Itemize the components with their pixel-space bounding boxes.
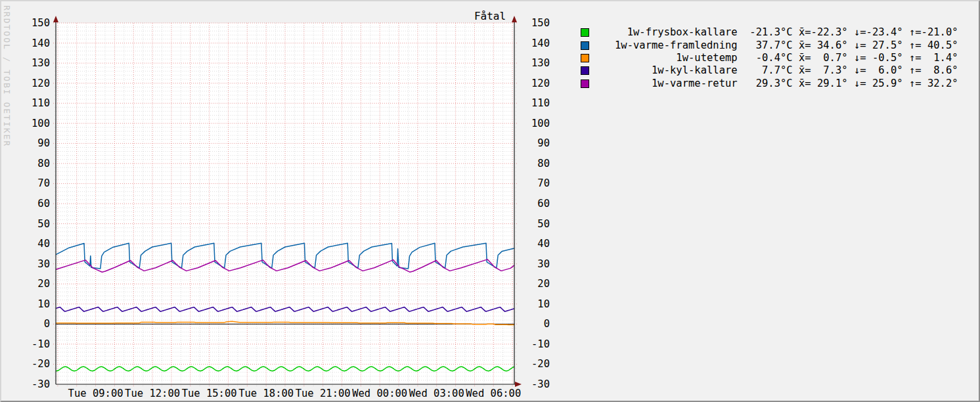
legend-entry-text: 1w-varme-framledning 37.7°C x̄= 34.6° ↓=…: [615, 39, 958, 52]
x-tick-label: Tue 09:00: [68, 388, 123, 399]
y-tick-label-left: 10: [37, 298, 50, 310]
y-tick-label-right: 100: [531, 118, 550, 129]
legend-entry-text: 1w-kyl-kallare 7.7°C x̄= 7.3° ↓= 6.0° ↑=…: [615, 64, 958, 77]
y-tick-label-left: 30: [37, 258, 50, 270]
y-tick-label-right: 40: [537, 238, 550, 250]
x-tick-label: Tue 21:00: [296, 388, 351, 399]
legend-entry-text: 1w-utetemp -0.4°C x̄= 0.7° ↓= -0.5° ↑= 1…: [615, 52, 958, 64]
x-tick-label: Tue 18:00: [238, 388, 294, 399]
y-tick-label-right: 110: [531, 97, 550, 109]
legend-entry-text: 1w-frysbox-kallare -21.3°C x̄=-22.3° ↓=-…: [615, 26, 958, 39]
y-tick-label-left: 60: [37, 198, 50, 210]
y-tick-label-right: -10: [531, 338, 550, 350]
y-tick-label-right: 80: [537, 158, 550, 169]
y-tick-label-right: -20: [531, 358, 550, 370]
x-tick-label: Tue 12:00: [125, 388, 180, 399]
x-tick-label: Wed 00:00: [352, 388, 407, 399]
y-tick-label-left: -10: [32, 338, 50, 350]
y-tick-label-right: 120: [531, 78, 550, 89]
legend-row: 1w-frysbox-kallare -21.3°C x̄=-22.3° ↓=-…: [581, 26, 958, 39]
y-tick-label-right: 70: [537, 177, 550, 189]
legend-row: 1w-kyl-kallare 7.7°C x̄= 7.3° ↓= 6.0° ↑=…: [581, 64, 958, 77]
legend-row: 1w-utetemp -0.4°C x̄= 0.7° ↓= -0.5° ↑= 1…: [581, 52, 958, 64]
x-tick-label: Tue 15:00: [182, 388, 237, 399]
y-tick-label-right: 10: [537, 298, 550, 310]
legend-color-swatch: [581, 79, 589, 88]
y-tick-label-left: 70: [37, 177, 50, 189]
x-axis-arrow: [515, 382, 522, 387]
y-tick-label-left: 0: [44, 318, 50, 330]
y-tick-label-left: 50: [37, 218, 50, 230]
y-tick-label-right: 50: [537, 218, 550, 230]
y-tick-label-right: 130: [531, 57, 550, 69]
x-tick-label: Wed 06:00: [466, 388, 521, 399]
y-tick-label-right: 0: [544, 318, 550, 330]
y-tick-label-left: 110: [32, 97, 50, 109]
legend-color-swatch: [581, 54, 589, 62]
legend-row: 1w-varme-retur 29.3°C x̄= 29.1° ↓= 25.9°…: [581, 78, 958, 90]
chart-legend: 1w-frysbox-kallare -21.3°C x̄=-22.3° ↓=-…: [581, 26, 958, 90]
y-tick-label-left: 40: [37, 238, 50, 250]
legend-color-swatch: [581, 66, 589, 75]
y-tick-label-right: -30: [531, 378, 550, 390]
y-tick-label-left: 140: [32, 37, 50, 49]
legend-entry-text: 1w-varme-retur 29.3°C x̄= 29.1° ↓= 25.9°…: [615, 78, 958, 90]
y-tick-label-right: 20: [537, 278, 550, 290]
y-tick-label-left: 120: [32, 78, 50, 89]
rrdtool-graph: 1501501401401301301201201101101001009090…: [0, 0, 980, 402]
y-tick-label-right: 90: [537, 137, 550, 149]
rrdtool-watermark: RRDTOOL / TOBI OETIKER: [2, 5, 12, 147]
y-tick-label-left: 130: [32, 57, 50, 69]
x-tick-label: Wed 03:00: [409, 388, 464, 399]
y-tick-label-left: 100: [32, 118, 50, 129]
y-tick-label-right: 30: [537, 258, 550, 270]
chart-title: Fåtal: [1, 10, 979, 22]
legend-row: 1w-varme-framledning 37.7°C x̄= 34.6° ↓=…: [581, 39, 958, 51]
y-tick-label-right: 60: [537, 198, 550, 210]
y-tick-label-left: 20: [37, 278, 50, 290]
y-tick-label-left: -20: [32, 358, 50, 370]
y-tick-label-right: 140: [531, 37, 550, 49]
y-tick-label-left: -30: [32, 378, 50, 390]
legend-color-swatch: [581, 41, 589, 50]
y-tick-label-left: 90: [37, 137, 50, 149]
y-tick-label-left: 80: [37, 158, 50, 169]
legend-color-swatch: [581, 28, 589, 37]
